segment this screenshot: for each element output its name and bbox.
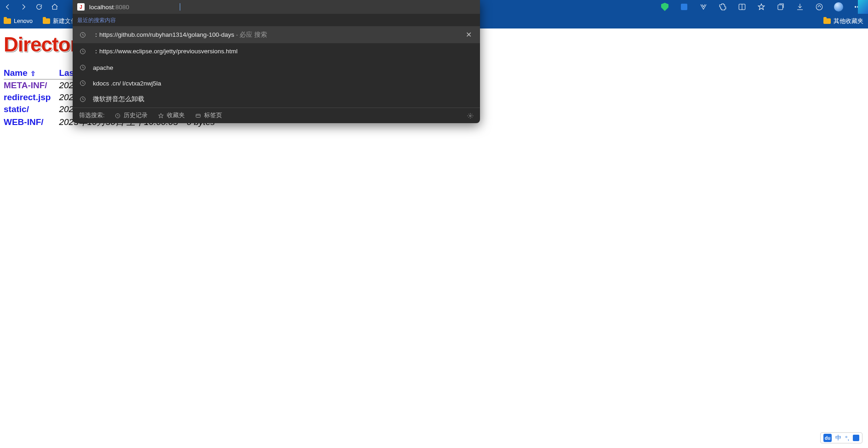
suggestion-text: ：https://github.com/rubyhan1314/golang-1… [93,31,457,39]
sort-up-icon: ⇧ [30,70,36,77]
svg-rect-1 [778,5,783,10]
ime-keypad-icon [853,435,859,441]
recent-searches-label: 最近的搜索内容 [73,14,480,26]
profile-avatar[interactable] [834,2,843,11]
col-name[interactable]: Name⇧ [4,67,59,79]
extensions-button[interactable] [718,2,727,11]
history-icon [79,31,86,39]
suggestion-text: ：https://www.eclipse.org/jetty/previousv… [93,47,474,56]
address-text: localhost:8080 [89,4,129,11]
address-bar[interactable]: J localhost:8080 [73,0,480,14]
suggestion-item[interactable]: apache [73,60,480,75]
downloads-button[interactable] [795,2,805,11]
suggestion-item[interactable]: 微软拼音怎么卸载 [73,91,480,108]
suggestion-item[interactable]: ：https://github.com/rubyhan1314/golang-1… [73,26,480,43]
media-button[interactable] [680,2,689,11]
back-button[interactable] [0,0,16,14]
bookmark-lenovo[interactable]: Lenovo [4,18,33,24]
toolbar-right [660,0,865,14]
edge-split-indicator[interactable] [858,0,868,14]
svg-rect-11 [196,114,200,117]
filter-label: 筛选搜索: [79,112,104,119]
filter-favorites[interactable]: 收藏夹 [158,112,185,119]
performance-button[interactable] [815,2,824,11]
text-caret [180,3,180,11]
filter-history[interactable]: 历史记录 [114,112,148,119]
dir-link[interactable]: redirect.jsp [4,92,51,102]
dir-link[interactable]: META-INF/ [4,80,47,90]
omnibox-settings-button[interactable] [467,113,474,119]
site-favicon: J [77,3,85,11]
history-icon [79,96,86,103]
svg-point-12 [469,115,471,117]
remove-suggestion-button[interactable]: ✕ [464,30,474,39]
history-icon [79,79,86,87]
suggestion-text: apache [93,64,474,71]
omnibox-footer: 筛选搜索: 历史记录 收藏夹 标签页 [73,108,480,123]
sidebar-button[interactable] [737,2,747,11]
svg-point-2 [855,6,856,7]
suggestion-text: 微软拼音怎么卸载 [93,95,474,103]
history-icon [79,48,86,55]
address-bar-dropdown: J localhost:8080 最近的搜索内容 ：https://github… [73,0,480,123]
folder-icon [823,18,831,24]
vue-devtools-icon[interactable] [699,2,708,11]
collections-button[interactable] [776,2,785,11]
dir-link[interactable]: static/ [4,104,29,114]
ime-tray[interactable]: du 中 °, [820,432,862,443]
suggestion-text: kdocs .cn/ l/cvtxa2nwj5la [93,80,474,87]
ime-brand-icon: du [823,434,832,442]
ime-lang: 中 [835,434,841,442]
dir-link[interactable]: WEB-INF/ [4,117,44,127]
bookmark-label: 其他收藏夹 [834,17,863,25]
folder-icon [43,18,50,24]
history-icon [79,64,86,71]
filter-tabs[interactable]: 标签页 [195,112,222,119]
forward-button[interactable] [16,0,31,14]
ime-punct: °, [845,435,849,442]
bookmark-other[interactable]: 其他收藏夹 [823,14,863,28]
suggestion-item[interactable]: kdocs .cn/ l/cvtxa2nwj5la [73,75,480,91]
home-button[interactable] [47,0,63,14]
refresh-button[interactable] [31,0,47,14]
bookmark-label: Lenovo [14,18,33,24]
suggestion-item[interactable]: ：https://www.eclipse.org/jetty/previousv… [73,43,480,60]
tracking-shield-icon[interactable] [660,2,669,11]
folder-icon [4,18,11,24]
favorites-button[interactable] [757,2,766,11]
